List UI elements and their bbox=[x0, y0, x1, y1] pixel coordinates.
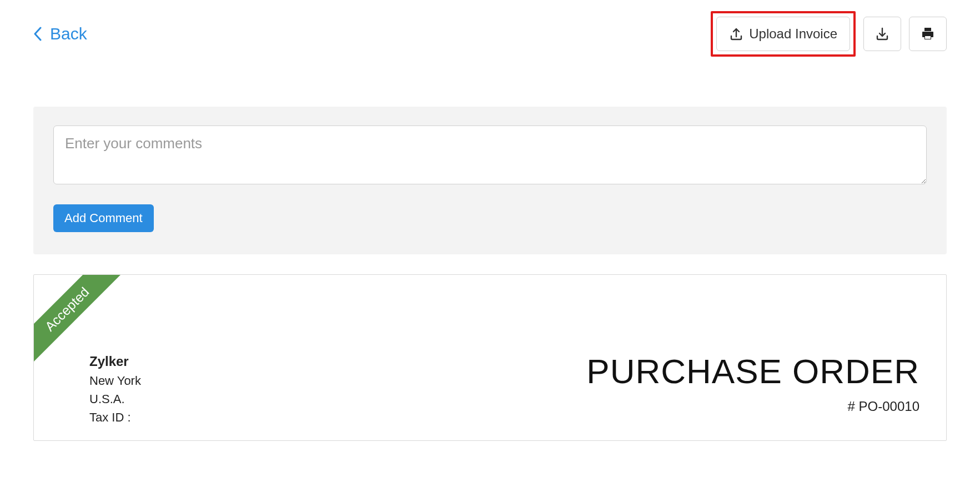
org-country: U.S.A. bbox=[89, 390, 141, 408]
doc-title: PURCHASE ORDER bbox=[586, 352, 919, 391]
document-card: Accepted Zylker New York U.S.A. Tax ID :… bbox=[33, 274, 947, 441]
upload-icon bbox=[729, 27, 743, 41]
svg-rect-3 bbox=[925, 36, 931, 39]
org-name: Zylker bbox=[89, 352, 141, 371]
org-tax-label: Tax ID : bbox=[89, 410, 131, 424]
print-button[interactable] bbox=[909, 17, 947, 51]
back-link[interactable]: Back bbox=[33, 24, 87, 43]
top-bar: Back Upload Invoice bbox=[33, 11, 947, 57]
action-bar: Upload Invoice bbox=[711, 11, 947, 57]
org-block: Zylker New York U.S.A. Tax ID : bbox=[89, 352, 141, 426]
chevron-left-icon bbox=[33, 27, 42, 41]
download-icon bbox=[875, 27, 889, 41]
add-comment-button[interactable]: Add Comment bbox=[53, 204, 154, 232]
doc-title-block: PURCHASE ORDER # PO-00010 bbox=[586, 352, 919, 414]
upload-invoice-button[interactable]: Upload Invoice bbox=[716, 17, 850, 51]
svg-rect-0 bbox=[924, 28, 931, 31]
org-tax-row: Tax ID : bbox=[89, 408, 141, 426]
upload-highlight: Upload Invoice bbox=[711, 11, 856, 57]
back-label: Back bbox=[50, 24, 87, 43]
comment-input[interactable] bbox=[53, 125, 927, 184]
download-button[interactable] bbox=[863, 17, 901, 51]
org-city: New York bbox=[89, 371, 141, 390]
doc-number: # PO-00010 bbox=[586, 399, 919, 414]
upload-label: Upload Invoice bbox=[749, 26, 837, 42]
comment-panel: Add Comment bbox=[33, 107, 947, 254]
print-icon bbox=[920, 26, 936, 42]
